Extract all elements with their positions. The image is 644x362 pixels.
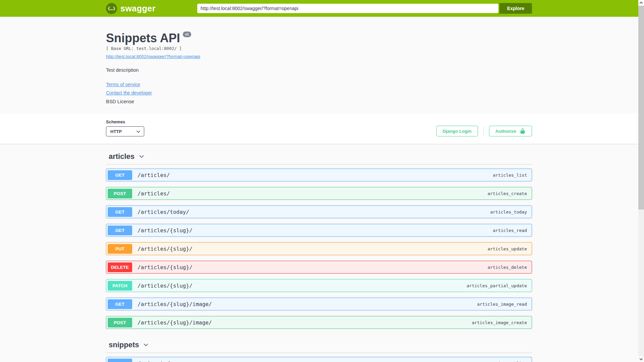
explore-button[interactable]: Explore [499, 3, 532, 14]
version-badge: v1 [183, 32, 191, 37]
operation-id: articles_partial_update [467, 283, 527, 288]
section-title: articles [109, 152, 135, 161]
endpoint-row[interactable]: POST/articles/articles_create [106, 187, 532, 200]
operation-id: articles_image_create [472, 320, 527, 325]
endpoint-path: /snippets/ [138, 360, 170, 362]
scheme-container: Schemes HTTP Django Login Authorize [0, 113, 644, 144]
operation-id: articles_delete [488, 265, 527, 270]
endpoint-path: /articles/{slug}/ [138, 264, 193, 270]
django-login-label: Django Login [443, 129, 472, 134]
operation-id: articles_update [488, 246, 527, 251]
operation-id: articles_create [488, 191, 527, 196]
operation-id: articles_list [493, 173, 527, 178]
divider [483, 126, 484, 136]
schemes-group: Schemes HTTP [106, 119, 144, 136]
chevron-down-icon [139, 154, 145, 160]
endpoint-path: /articles/ [138, 172, 170, 178]
endpoint-path: /articles/{slug}/image/ [138, 301, 212, 307]
endpoint-row[interactable]: GET/articles/today/articles_today [106, 205, 532, 218]
endpoint-row[interactable]: POST/articles/{slug}/image/articles_imag… [106, 316, 532, 329]
tag-section: snippetsGET/snippets/snippets_list [106, 335, 532, 362]
endpoint-path: /articles/today/ [138, 209, 189, 215]
spec-url-input[interactable] [197, 4, 498, 13]
method-badge: PUT [108, 244, 132, 254]
endpoint-row[interactable]: GET/articles/{slug}/articles_read [106, 224, 532, 237]
swagger-braces-icon: {…} [106, 3, 117, 14]
endpoint-path: /articles/ [138, 190, 170, 197]
endpoint-row[interactable]: GET/articles/{slug}/image/articles_image… [106, 298, 532, 310]
api-description: Test description [106, 67, 532, 73]
endpoint-path: /articles/{slug}/ [138, 246, 193, 252]
operation-id: articles_image_read [477, 302, 527, 307]
spec-link[interactable]: http://test.local:8002/swagger/?format=o… [106, 54, 200, 59]
unlock-icon [520, 128, 526, 134]
swagger-logo[interactable]: {…} swagger [106, 3, 156, 14]
section-header-snippets[interactable]: snippets [106, 335, 532, 353]
api-info-section: Snippets API v1 [ Base URL: test.local:8… [106, 17, 532, 113]
contact-developer-link[interactable]: Contact the developer [106, 90, 152, 96]
section-title: snippets [109, 341, 139, 349]
method-badge: POST [108, 189, 132, 198]
endpoint-row[interactable]: PUT/articles/{slug}/articles_update [106, 242, 532, 255]
scrollbar-thumb[interactable] [638, 6, 644, 209]
license-text: BSD License [106, 99, 532, 104]
topbar: {…} swagger Explore [0, 0, 638, 17]
operation-id: articles_read [493, 228, 527, 233]
schemes-selected-value: HTTP [110, 129, 122, 134]
chevron-down-icon [136, 129, 141, 134]
endpoint-path: /articles/{slug}/ [138, 283, 193, 289]
method-badge: PATCH [108, 281, 132, 291]
authorize-button[interactable]: Authorize [489, 126, 532, 136]
scrollbar-down-arrow[interactable] [638, 356, 644, 362]
endpoint-list: GET/articles/articles_listPOST/articles/… [106, 165, 532, 329]
auth-wrapper: Django Login Authorize [436, 126, 532, 136]
endpoint-row[interactable]: GET/snippets/snippets_list [106, 357, 532, 362]
schemes-label: Schemes [106, 119, 144, 124]
endpoint-row[interactable]: DELETE/articles/{slug}/articles_delete [106, 261, 532, 274]
base-url: [ Base URL: test.local:8002/ ] [106, 46, 532, 51]
method-badge: DELETE [108, 262, 132, 272]
method-badge: GET [108, 226, 132, 235]
terms-of-service-link[interactable]: Terms of service [106, 82, 140, 87]
endpoint-path: /articles/{slug}/ [138, 227, 193, 234]
method-badge: GET [108, 207, 132, 217]
endpoint-row[interactable]: GET/articles/articles_list [106, 169, 532, 181]
swagger-logo-text: swagger [120, 4, 156, 13]
method-badge: POST [108, 318, 132, 327]
method-badge: GET [108, 170, 132, 180]
endpoint-list: GET/snippets/snippets_list [106, 353, 532, 362]
authorize-label: Authorize [495, 129, 516, 134]
schemes-select[interactable]: HTTP [106, 126, 144, 136]
method-badge: GET [108, 359, 132, 362]
operation-id: articles_today [490, 209, 527, 215]
endpoint-path: /articles/{slug}/image/ [138, 319, 212, 326]
tag-section: articlesGET/articles/articles_listPOST/a… [106, 144, 532, 329]
chevron-down-icon [143, 342, 149, 348]
section-header-articles[interactable]: articles [106, 144, 532, 165]
spec-url-form: Explore [197, 3, 532, 14]
page-title: Snippets API [106, 31, 180, 45]
django-login-button[interactable]: Django Login [436, 126, 478, 136]
api-sections: articlesGET/articles/articles_listPOST/a… [106, 144, 532, 362]
scrollbar-up-arrow[interactable] [638, 0, 644, 6]
method-badge: GET [108, 299, 132, 309]
endpoint-row[interactable]: PATCH/articles/{slug}/articles_partial_u… [106, 279, 532, 292]
vertical-scrollbar [638, 0, 644, 362]
